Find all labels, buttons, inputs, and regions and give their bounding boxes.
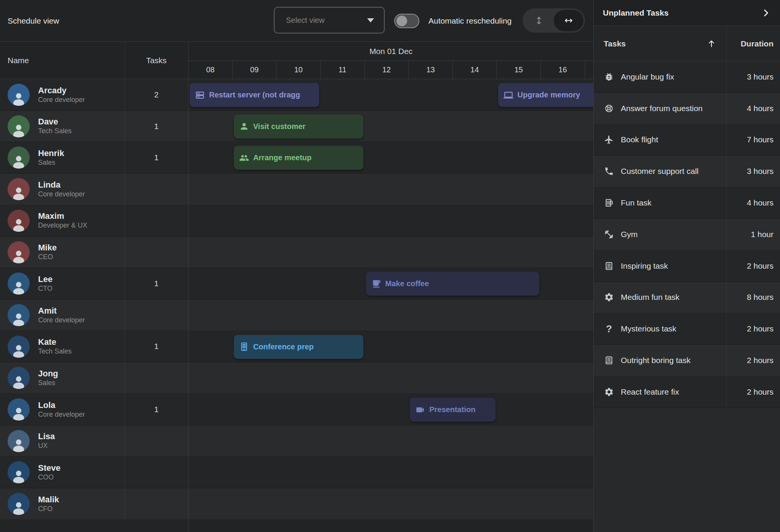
- book-icon: [604, 261, 614, 271]
- resource-task-count: [125, 362, 188, 393]
- avatar: [8, 398, 30, 421]
- video-icon: [415, 405, 425, 415]
- event-bar[interactable]: Visit customer: [234, 115, 363, 139]
- chevron-right-icon[interactable]: [761, 8, 771, 18]
- resource-role: Core developer: [38, 190, 85, 199]
- question-icon: ?: [604, 324, 614, 334]
- task-label: React feature fix: [621, 387, 679, 397]
- unplanned-task-row[interactable]: Gym1 hour: [594, 219, 780, 250]
- resource-info: ArcadyCore developer: [38, 79, 85, 110]
- avatar: [8, 241, 30, 263]
- resource-row[interactable]: ArcadyCore developer2: [0, 79, 188, 111]
- unplanned-task-row[interactable]: Angular bug fix3 hours: [594, 61, 780, 93]
- schedule-row[interactable]: [189, 237, 593, 268]
- schedule-row[interactable]: [189, 362, 593, 394]
- resource-info: MalikCFO: [38, 488, 59, 519]
- resource-row[interactable]: AmitCore developer: [0, 299, 188, 331]
- resource-info: KateTech Sales: [38, 331, 72, 362]
- resource-row[interactable]: LeeCTO1: [0, 268, 188, 299]
- column-divider: [125, 42, 125, 520]
- unplanned-task-row[interactable]: Fun task4 hours: [594, 187, 780, 219]
- resource-row[interactable]: LindaCore developer: [0, 174, 188, 205]
- event-bar[interactable]: Presentation: [410, 398, 495, 422]
- event-bar[interactable]: Arrange meetup: [234, 146, 363, 170]
- unplanned-task-row[interactable]: Outright boring task2 hours: [594, 345, 780, 376]
- name-column-header[interactable]: Name: [8, 42, 29, 79]
- resource-row[interactable]: JongSales: [0, 362, 188, 394]
- unplanned-task-row[interactable]: Medium fun task8 hours: [594, 282, 780, 314]
- schedule-row[interactable]: [189, 488, 593, 520]
- resource-row[interactable]: MalikCFO: [0, 488, 188, 520]
- unplanned-task-row[interactable]: React feature fix2 hours: [594, 376, 780, 408]
- resource-role: COO: [38, 473, 61, 482]
- select-view-dropdown[interactable]: Select view: [274, 7, 385, 33]
- resource-role: Core developer: [38, 316, 85, 325]
- server-icon: [195, 90, 205, 100]
- grid-empty-area: [0, 520, 188, 532]
- sort-ascending-icon[interactable]: [706, 26, 716, 61]
- task-duration: 2 hours: [747, 261, 774, 271]
- unplanned-task-row[interactable]: Customer support call3 hours: [594, 156, 780, 187]
- hour-label: 13: [409, 61, 453, 79]
- schedule-row[interactable]: [189, 174, 593, 205]
- resource-row[interactable]: SteveCOO: [0, 457, 188, 488]
- resource-role: Developer & UX: [38, 221, 87, 230]
- horizontal-arrows-icon[interactable]: [554, 10, 583, 31]
- schedule-area: Restart server (not draggUpgrade memoryV…: [189, 79, 593, 532]
- vertical-arrows-icon[interactable]: [523, 8, 555, 33]
- task-duration: 4 hours: [747, 198, 774, 207]
- event-label: Presentation: [429, 405, 475, 414]
- resource-info: HenrikSales: [38, 142, 64, 173]
- schedule-row[interactable]: [189, 394, 593, 425]
- panel-tasks-header[interactable]: Tasks: [604, 26, 626, 61]
- avatar: [8, 336, 30, 358]
- unplanned-task-row[interactable]: ?Mysterious task2 hours: [594, 313, 780, 345]
- event-bar[interactable]: Make coffee: [366, 272, 540, 296]
- resource-row[interactable]: LisaUX: [0, 425, 188, 457]
- schedule-row[interactable]: [189, 205, 593, 237]
- gear-icon: [604, 387, 614, 397]
- hour-label: 08: [189, 61, 233, 79]
- event-bar[interactable]: Restart server (not dragg: [190, 83, 319, 107]
- task-duration: 3 hours: [747, 72, 774, 81]
- task-duration: 7 hours: [747, 135, 774, 144]
- resource-info: LisaUX: [38, 425, 55, 457]
- resource-name: Lee: [38, 274, 53, 284]
- unplanned-task-row[interactable]: Answer forum question4 hours: [594, 93, 780, 124]
- schedule-row[interactable]: [189, 457, 593, 488]
- resource-row[interactable]: MikeCEO: [0, 237, 188, 268]
- resource-task-count: 1: [125, 394, 188, 425]
- resource-task-count: [125, 237, 188, 268]
- task-label: Customer support call: [621, 167, 698, 176]
- resource-row[interactable]: KateTech Sales1: [0, 331, 188, 363]
- resource-role: UX: [38, 441, 55, 450]
- resource-task-count: [125, 488, 188, 519]
- resource-info: JongSales: [38, 362, 58, 393]
- auto-reschedule-label: Automatic rescheduling: [428, 16, 511, 25]
- avatar: [8, 115, 30, 137]
- unplanned-task-row[interactable]: Inspiring task2 hours: [594, 250, 780, 282]
- task-label: Mysterious task: [621, 324, 676, 333]
- resource-task-count: [125, 425, 188, 457]
- avatar: [8, 84, 30, 106]
- task-label: Medium fun task: [621, 293, 679, 302]
- resource-row[interactable]: LolaCore developer1: [0, 394, 188, 425]
- hour-label: 10: [277, 61, 321, 79]
- resource-row[interactable]: DaveTech Sales1: [0, 111, 188, 142]
- tasks-column-header[interactable]: Tasks: [125, 42, 188, 79]
- schedule-row[interactable]: [189, 299, 593, 331]
- toolbar: Schedule view Select view Automatic resc…: [0, 0, 593, 42]
- auto-reschedule-toggle[interactable]: [394, 14, 419, 28]
- unplanned-task-row[interactable]: Book flight7 hours: [594, 124, 780, 156]
- avatar: [8, 272, 30, 295]
- event-bar[interactable]: Upgrade memory: [498, 83, 594, 107]
- resource-name: Kate: [38, 337, 72, 347]
- scheduler-app: Schedule view Select view Automatic resc…: [0, 0, 780, 532]
- task-duration: 3 hours: [747, 167, 774, 176]
- resource-row[interactable]: MaximDeveloper & UX: [0, 205, 188, 237]
- resource-row[interactable]: HenrikSales1: [0, 142, 188, 174]
- schedule-row[interactable]: [189, 425, 593, 457]
- resource-rows: ArcadyCore developer2DaveTech Sales1Henr…: [0, 79, 188, 520]
- event-bar[interactable]: Conference prep: [234, 335, 363, 359]
- hour-label: 12: [365, 61, 409, 79]
